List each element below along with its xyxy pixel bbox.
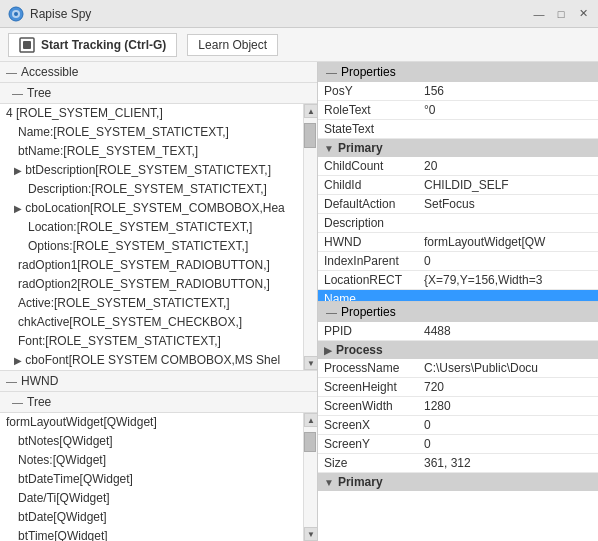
primary2-expand-icon[interactable]: ▼ — [324, 477, 334, 488]
accessible-header: — Accessible — [0, 62, 317, 83]
primary2-section-header: ▼ Primary — [318, 473, 598, 491]
hwnd-item-4[interactable]: Date/Ti[QWidget] — [0, 489, 303, 508]
hwnd-item-5[interactable]: btDate[QWidget] — [0, 508, 303, 527]
primary2-label: Primary — [338, 475, 383, 489]
primary-section-header: ▼ Primary — [318, 139, 598, 157]
hwnd-item-3[interactable]: btDateTime[QWidget] — [0, 470, 303, 489]
bottom-props-label: Properties — [341, 305, 396, 319]
accessible-tree: 4 [ROLE_SYSTEM_CLIENT,] Name:[ROLE_SYSTE… — [0, 104, 317, 370]
top-properties-section: — Properties PosY 156 RoleText °0 StateT… — [318, 62, 598, 302]
prop-processname: ProcessName C:\Users\Public\Docu — [318, 359, 598, 378]
prop-size: Size 361, 312 — [318, 454, 598, 473]
prop-screenwidth: ScreenWidth 1280 — [318, 397, 598, 416]
tree-item-4[interactable]: Description:[ROLE_SYSTEM_STATICTEXT,] — [0, 180, 303, 199]
tree-dash-2: — — [12, 396, 23, 408]
hwnd-header: — HWND — [0, 370, 317, 392]
tree-item-6[interactable]: Location:[ROLE_SYSTEM_STATICTEXT,] — [0, 218, 303, 237]
start-tracking-button[interactable]: Start Tracking (Ctrl-G) — [8, 33, 177, 57]
primary-label: Primary — [338, 141, 383, 155]
hwnd-item-1[interactable]: btNotes[QWidget] — [0, 432, 303, 451]
top-properties-header: — Properties — [318, 62, 598, 82]
prop-description: Description — [318, 214, 598, 233]
process-section-header: ▶ Process — [318, 341, 598, 359]
learn-btn-label: Learn Object — [198, 38, 267, 52]
tree-item-1[interactable]: Name:[ROLE_SYSTEM_STATICTEXT,] — [0, 123, 303, 142]
scroll-down-btn-1[interactable]: ▼ — [304, 356, 318, 370]
tracking-icon — [19, 37, 35, 53]
process-label: Process — [336, 343, 383, 357]
app-title: Rapise Spy — [30, 7, 91, 21]
tree-dash-1: — — [12, 87, 23, 99]
toolbar: Start Tracking (Ctrl-G) Learn Object — [0, 28, 598, 62]
track-btn-label: Start Tracking (Ctrl-G) — [41, 38, 166, 52]
hwnd-item-2[interactable]: Notes:[QWidget] — [0, 451, 303, 470]
close-btn[interactable]: ✕ — [576, 7, 590, 21]
prop-childid: ChildId CHILDID_SELF — [318, 176, 598, 195]
scroll-down-btn-2[interactable]: ▼ — [304, 527, 317, 541]
learn-object-button[interactable]: Learn Object — [187, 34, 278, 56]
prop-name-row[interactable]: Name — [318, 290, 598, 303]
prop-row-roletext: RoleText °0 — [318, 101, 598, 120]
tree-item-12[interactable]: Font:[ROLE_SYSTEM_STATICTEXT,] — [0, 332, 303, 351]
svg-rect-4 — [23, 41, 31, 49]
tree-item-2[interactable]: btName:[ROLE_SYSTEM_TEXT,] — [0, 142, 303, 161]
tree-item-8[interactable]: radOption1[ROLE_SYSTEM_RADIOBUTTON,] — [0, 256, 303, 275]
tree-item-3[interactable]: ▶ btDescription[ROLE_SYSTEM_STATICTEXT,] — [0, 161, 303, 180]
prop-indexinparent: IndexInParent 0 — [318, 252, 598, 271]
bottom-properties-section: — Properties PPID 4488 ▶ Process Proce — [318, 302, 598, 541]
minimize-btn[interactable]: — — [532, 7, 546, 21]
prop-row-statetext: StateText — [318, 120, 598, 139]
prop-locationrect: LocationRECT {X=79,Y=156,Width=3 — [318, 271, 598, 290]
scroll-up-btn-2[interactable]: ▲ — [304, 413, 317, 427]
tree-label-2: Tree — [27, 395, 51, 409]
bottom-properties-header: — Properties — [318, 302, 598, 322]
hwnd-label: HWND — [21, 374, 58, 388]
left-panel: — Accessible — Tree 4 [ROLE_SYSTEM_CLIEN… — [0, 62, 318, 541]
prop-screeny: ScreenY 0 — [318, 435, 598, 454]
process-expand-icon[interactable]: ▶ — [324, 345, 332, 356]
hwnd-tree-header: — Tree — [0, 392, 317, 413]
prop-screenx: ScreenX 0 — [318, 416, 598, 435]
right-panel: — Properties PosY 156 RoleText °0 StateT… — [318, 62, 598, 541]
primary-expand-icon[interactable]: ▼ — [324, 143, 334, 154]
title-bar: Rapise Spy — □ ✕ — [0, 0, 598, 28]
tree-item-13[interactable]: ▶ cboFont[ROLE SYSTEM COMBOBOX,MS Shel — [0, 351, 303, 370]
app-icon — [8, 6, 24, 22]
scroll-up-btn-1[interactable]: ▲ — [304, 104, 318, 118]
prop-defaultaction: DefaultAction SetFocus — [318, 195, 598, 214]
tree-item-0[interactable]: 4 [ROLE_SYSTEM_CLIENT,] — [0, 104, 303, 123]
tree-item-10[interactable]: Active:[ROLE_SYSTEM_STATICTEXT,] — [0, 294, 303, 313]
prop-screenheight: ScreenHeight 720 — [318, 378, 598, 397]
accessible-label: Accessible — [21, 65, 78, 79]
top-props-label: Properties — [341, 65, 396, 79]
tree-item-11[interactable]: chkActive[ROLE_SYSTEM_CHECKBOX,] — [0, 313, 303, 332]
tree-label-1: Tree — [27, 86, 51, 100]
hwnd-item-0[interactable]: formLayoutWidget[QWidget] — [0, 413, 303, 432]
prop-hwnd: HWND formLayoutWidget[QW — [318, 233, 598, 252]
prop-childcount: ChildCount 20 — [318, 157, 598, 176]
tree-item-9[interactable]: radOption2[ROLE_SYSTEM_RADIOBUTTON,] — [0, 275, 303, 294]
accessible-dash: — — [6, 66, 17, 78]
prop-ppid: PPID 4488 — [318, 322, 598, 341]
hwnd-dash: — — [6, 375, 17, 387]
svg-point-2 — [14, 12, 18, 16]
prop-row-posy: PosY 156 — [318, 82, 598, 101]
hwnd-item-6[interactable]: btTime[QWidget] — [0, 527, 303, 541]
maximize-btn[interactable]: □ — [554, 7, 568, 21]
accessible-tree-header: — Tree — [0, 83, 317, 104]
hwnd-tree: formLayoutWidget[QWidget] btNotes[QWidge… — [0, 413, 317, 541]
tree-item-7[interactable]: Options:[ROLE_SYSTEM_STATICTEXT,] — [0, 237, 303, 256]
tree-item-5[interactable]: ▶ cboLocation[ROLE_SYSTEM_COMBOBOX,Hea — [0, 199, 303, 218]
